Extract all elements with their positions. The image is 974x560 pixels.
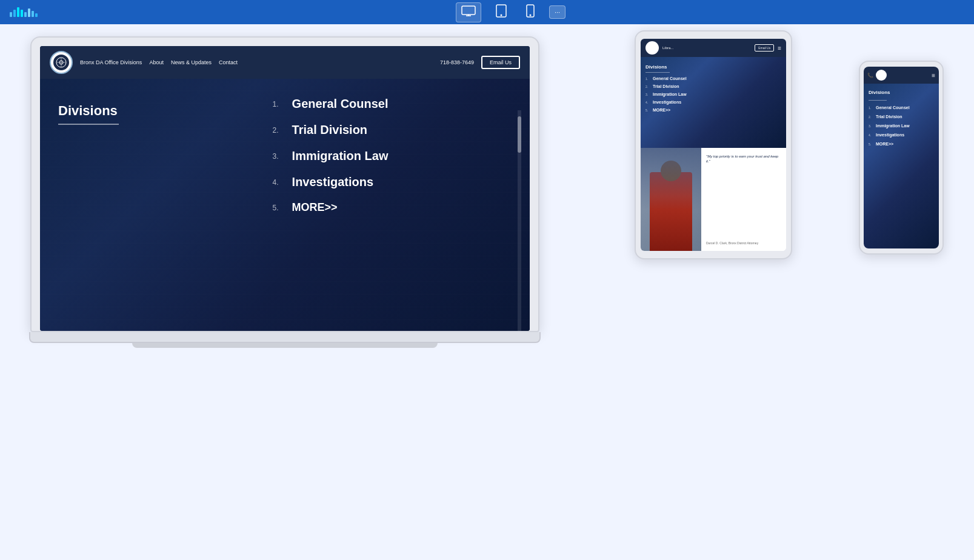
division-num-4: 4. [273, 178, 285, 187]
phone-divisions-title: Divisions [869, 90, 934, 95]
nav-divisions[interactable]: Bronx DA Office Divisions [80, 59, 142, 65]
phone-hero: Divisions 1. General Counsel 2. Trial Di… [864, 84, 939, 248]
tablet-preview: Libra... Email Us ≡ Divisions 1. General… [635, 30, 792, 259]
division-num-1: 1. [273, 100, 285, 108]
division-more[interactable]: MORE>> [292, 201, 338, 214]
tablet-hero: Divisions 1. General Counsel 2. Trial Di… [641, 57, 786, 148]
nav-news[interactable]: News & Updates [171, 59, 212, 65]
svg-point-6 [529, 14, 531, 16]
division-name-3[interactable]: Immigration Law [292, 149, 389, 163]
svg-rect-0 [462, 6, 475, 15]
phone-div-name-4[interactable]: Investigations [876, 133, 904, 137]
phone-screen: 📞 ≡ Divisions 1. General Counsel 2. Tria… [864, 67, 939, 248]
phone-div-name-3[interactable]: Immigration Law [876, 124, 910, 128]
phone-div-1: 1. General Counsel [869, 105, 934, 110]
tablet-div-1: 1. General Counsel [645, 76, 694, 81]
phone-nav: 📞 ≡ [864, 67, 939, 84]
division-name-4[interactable]: Investigations [292, 175, 373, 189]
mobile-device-button[interactable] [521, 2, 539, 23]
tablet-div-3: 3. Immigration Law [645, 92, 694, 96]
tablet-div-name-3[interactable]: Immigration Law [653, 92, 687, 96]
tablet-div-name-1[interactable]: General Counsel [653, 76, 687, 81]
site-logo-inner [52, 53, 70, 72]
phone-call-icon: 📞 [867, 73, 873, 78]
site-hero: Divisions 1. General Counsel 2. Trial Di… [40, 79, 530, 331]
app-logo [10, 7, 38, 17]
desktop-device-button[interactable] [456, 2, 481, 22]
division-item-2: 2. Trial Division [273, 123, 518, 137]
toolbar: ··· [0, 0, 974, 24]
phone-div-3: 3. Immigration Law [869, 124, 934, 128]
tablet-nav: Libra... Email Us ≡ [641, 39, 786, 57]
tablet-quote-panel: "My top priority is to earn your trust a… [701, 148, 786, 251]
tablet-bottom: "My top priority is to earn your trust a… [641, 148, 786, 251]
tablet-div-2: 2. Trial Division [645, 84, 694, 88]
division-num-2: 2. [273, 126, 285, 135]
nav-phone: 718-838-7649 [440, 59, 474, 65]
tablet-hero-left: Divisions 1. General Counsel 2. Trial Di… [641, 57, 699, 148]
division-name-1[interactable]: General Counsel [292, 97, 389, 111]
nav-links: Bronx DA Office Divisions About News & U… [80, 59, 433, 65]
laptop-screen: Bronx DA Office Divisions About News & U… [40, 46, 530, 331]
phone-div-4: 4. Investigations [869, 133, 934, 137]
phone-div-name-2[interactable]: Trial Division [876, 115, 902, 119]
tablet-nav-text: Libra... [662, 46, 751, 50]
laptop-base [29, 332, 541, 343]
laptop-foot [132, 343, 438, 348]
phone-div-5: 5. MORE>> [869, 142, 934, 146]
phone-logo [876, 70, 887, 81]
preview-area: News Updates [0, 24, 974, 560]
nav-about[interactable]: About [149, 59, 164, 65]
laptop-preview: Bronx DA Office Divisions About News & U… [30, 36, 539, 348]
tablet-person-photo [641, 148, 701, 251]
phone-div-2: 2. Trial Division [869, 115, 934, 119]
division-num-3: 3. [273, 152, 285, 161]
tablet-div-name-2[interactable]: Trial Division [653, 84, 679, 88]
tablet-screen: Libra... Email Us ≡ Divisions 1. General… [641, 39, 786, 251]
division-num-5: 5. [273, 204, 285, 212]
tablet-div-5: 5. MORE>> [645, 108, 694, 112]
phone-preview: 📞 ≡ Divisions 1. General Counsel 2. Tria… [859, 61, 944, 255]
svg-point-4 [500, 14, 502, 16]
photo-sky-overlay [641, 148, 701, 210]
tablet-div-name-4[interactable]: Investigations [653, 100, 681, 104]
hero-divisions-title: Divisions [58, 103, 249, 119]
phone-div-name-1[interactable]: General Counsel [876, 105, 910, 110]
tablet-quote-text: "My top priority is to earn your trust a… [706, 154, 781, 164]
phone-divider [869, 100, 887, 101]
tablet-divisions-title: Divisions [645, 64, 694, 70]
division-item-5: 5. MORE>> [273, 201, 518, 214]
laptop-screen-wrapper: Bronx DA Office Divisions About News & U… [30, 36, 539, 332]
hero-divider [58, 124, 119, 125]
division-item-3: 3. Immigration Law [273, 149, 518, 163]
tablet-email-btn[interactable]: Email Us [755, 44, 774, 52]
device-switcher: ··· [57, 2, 964, 23]
tablet-hero-right [699, 57, 786, 148]
tablet-logo [645, 41, 659, 55]
hero-divisions-list: 1. General Counsel 2. Trial Division 3. … [261, 79, 530, 331]
division-item-1: 1. General Counsel [273, 97, 518, 111]
tablet-div-more[interactable]: MORE>> [653, 108, 670, 112]
site-nav: Bronx DA Office Divisions About News & U… [40, 46, 530, 79]
nav-contact[interactable]: Contact [219, 59, 238, 65]
tablet-divider [645, 72, 670, 73]
phone-div-more[interactable]: MORE>> [876, 142, 893, 146]
tablet-frame: Libra... Email Us ≡ Divisions 1. General… [635, 30, 792, 259]
settings-button[interactable]: ··· [549, 5, 565, 19]
phone-frame: 📞 ≡ Divisions 1. General Counsel 2. Tria… [859, 61, 944, 255]
hero-left: Divisions [40, 79, 261, 331]
division-item-4: 4. Investigations [273, 175, 518, 189]
tablet-div-4: 4. Investigations [645, 100, 694, 104]
phone-menu-icon[interactable]: ≡ [932, 72, 935, 79]
tablet-menu-icon[interactable]: ≡ [778, 45, 781, 52]
tablet-quote-author: Darcel D. Clark, Bronx District Attorney [706, 241, 781, 245]
nav-email-button[interactable]: Email Us [481, 56, 520, 69]
site-logo [50, 51, 73, 74]
tablet-device-button[interactable] [491, 2, 512, 23]
division-name-2[interactable]: Trial Division [292, 123, 367, 137]
